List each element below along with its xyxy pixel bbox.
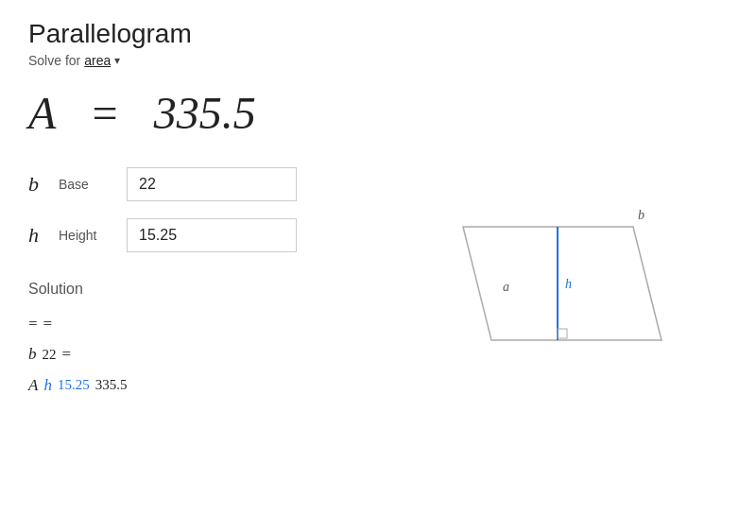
height-input-row: h Height — [28, 218, 387, 252]
base-input[interactable] — [127, 167, 297, 201]
sol-eq-2: = — [43, 309, 53, 339]
sol-h-label: h — [43, 370, 52, 401]
base-field-label: Base — [59, 177, 115, 192]
sol-result-value: 335.5 — [95, 371, 128, 399]
label-h: h — [565, 277, 572, 291]
result-variable: A — [28, 88, 55, 138]
main-content: b Base h Height Solution = = b 22 = — [28, 167, 728, 401]
label-a: a — [503, 280, 509, 294]
height-field-label: Height — [59, 228, 115, 243]
height-var-label: h — [28, 223, 47, 248]
sol-b-label: b — [28, 339, 37, 369]
sol-eq-1: = — [28, 309, 38, 339]
base-input-row: b Base — [28, 167, 387, 201]
solve-for-label: Solve for — [28, 53, 80, 68]
result-row: A = 335.5 — [28, 87, 728, 139]
solve-for-row: Solve for area ▾ — [28, 53, 728, 68]
result-equals: = — [89, 88, 119, 138]
dropdown-arrow-icon[interactable]: ▾ — [114, 54, 120, 67]
inputs-section: b Base h Height Solution = = b 22 = — [28, 167, 387, 401]
sol-h-value: 15.25 — [58, 371, 90, 399]
sol-eq-3: = — [62, 339, 72, 369]
solution-line-3: A h 15.25 335.5 — [28, 370, 387, 401]
result-value: 335.5 — [154, 88, 256, 138]
label-b: b — [638, 208, 644, 222]
solution-title: Solution — [28, 281, 387, 298]
base-var-label: b — [28, 172, 47, 197]
parallelogram-shape — [463, 227, 662, 340]
height-input[interactable] — [127, 218, 297, 252]
sol-b-value: 22 — [43, 341, 57, 369]
solution-section: Solution = = b 22 = A h 15.25 335.5 — [28, 281, 387, 401]
solution-lines: = = b 22 = A h 15.25 335.5 — [28, 309, 387, 401]
diagram-section: b a h — [425, 167, 728, 401]
sol-A-label: A — [28, 370, 38, 401]
right-angle-mark — [558, 329, 567, 338]
solution-line-2: b 22 = — [28, 339, 387, 369]
solve-for-link[interactable]: area — [84, 53, 111, 68]
parallelogram-diagram: b a h — [463, 189, 690, 378]
page-title: Parallelogram — [28, 19, 728, 49]
solution-line-1: = = — [28, 309, 387, 339]
